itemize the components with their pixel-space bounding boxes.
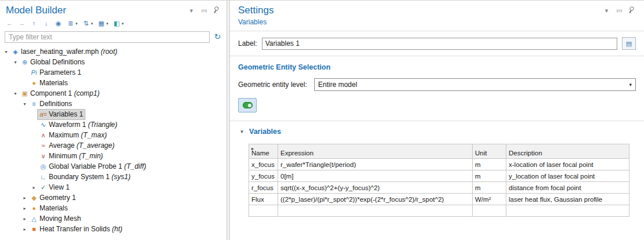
chevron-down-icon: ▾ [629,82,632,88]
entity-level-select[interactable]: Entire model ▾ [314,78,636,91]
variable-cell[interactable]: x-location of laser focal point [506,159,629,170]
entity-level-label: Geometric entity level: [238,81,307,89]
tree-item[interactable]: ◎Global Variable Probe 1 (T_diff) [0,161,226,172]
columns-button[interactable]: ▦▾ [96,19,110,28]
variable-cell[interactable]: m [473,182,506,194]
move-up-button[interactable]: ↑ [29,19,39,28]
tree-item[interactable]: ∨Minimum (T_min) [0,151,226,161]
pin-button[interactable] [628,7,636,14]
down-arrow-icon: ↓ [42,20,50,27]
variable-row[interactable]: x_focusr_wafer*Triangle(t/period)mx-loca… [249,159,629,170]
variable-cell[interactable]: Flux [249,194,278,205]
variable-cell[interactable]: laser heat flux, Gaussian profile [506,194,629,205]
variable-cell[interactable]: r_focus [249,182,278,194]
tree-item-box: ∟Boundary System 1 (sys1) [38,172,132,182]
variable-cell[interactable]: m [473,159,506,170]
variable-cell[interactable]: m [473,170,506,182]
entity-level-row: Geometric entity level: Entire model ▾ [238,78,636,91]
variable-cell[interactable] [249,205,278,217]
variable-cell[interactable]: y_focus [249,170,278,182]
tree-item[interactable]: ▾◈laser_heating_wafer.mph (root) [0,46,226,57]
variable-cell[interactable]: sqrt((x-x_focus)^2+(y-y_focus)^2) [278,182,473,194]
tree-item[interactable]: a=Variables 1 [0,109,226,119]
variable-cell[interactable] [506,205,629,217]
float-button[interactable]: ▭ [616,7,623,14]
view-icon: ✓ [39,184,47,191]
variable-row[interactable]: r_focussqrt((x-x_focus)^2+(y-y_focus)^2)… [249,182,629,194]
tree-item[interactable]: ≈Average (T_average) [0,140,226,151]
settings-panel: Settings ▾▭ Variables Label: ▤ Geometric… [230,1,644,240]
node-order-button[interactable]: ⇅▾ [81,19,95,28]
variable-cell[interactable]: distance from focal point [506,182,629,194]
tree-item[interactable]: ▾≡Definitions [0,99,226,109]
expand-arrow-icon[interactable]: ▾ [2,49,10,54]
filter-input[interactable] [5,31,210,43]
collapse-icon: ≣ [67,20,74,27]
forward-button[interactable]: → [17,19,27,28]
tree-item-label: Minimum [49,152,77,160]
tree-item[interactable]: ▸◆Geometry 1 [0,192,226,203]
variable-cell[interactable]: ((2*p_laser)/(pi*r_spot^2))*exp(-(2*r_fo… [278,194,473,205]
tree-item-box: ∧Maximum (T_max) [38,130,109,140]
variable-cell[interactable]: W/m² [473,194,506,205]
variable-cell[interactable] [473,205,506,217]
label-input[interactable] [262,38,617,50]
tree-item[interactable]: ▸●Materials [0,203,226,213]
variable-row[interactable] [249,205,629,217]
column-header-label: Description [509,150,542,157]
tree-item[interactable]: ∟Boundary System 1 (sys1) [0,172,226,182]
column-header-expression[interactable]: Expression [278,144,473,159]
column-header-unit[interactable]: Unit [473,144,506,159]
variable-cell[interactable] [278,205,473,217]
tree-item[interactable]: ▾⊕Global Definitions [0,57,226,67]
tree-item-box: ∨Minimum (T_min) [38,151,105,161]
column-header-name[interactable]: ▸Name [249,144,278,159]
expand-arrow-icon[interactable]: ▾ [21,101,28,107]
tree-item[interactable]: ∧Maximum (T_max) [0,130,226,140]
tree-item-label: Materials [39,79,68,87]
expand-arrow-icon[interactable]: ▸ [21,206,28,211]
tree-item[interactable]: ▸■Heat Transfer in Solids (ht) [0,224,226,234]
tree-item-box: ▣Component 1 (comp1) [19,89,101,99]
tag-display-button[interactable]: ◧▾ [112,19,125,28]
dock-button[interactable]: ▾ [188,7,195,14]
tree-item[interactable]: ∿Waveform 1 (Triangle) [0,119,226,130]
column-header-label: Unit [475,150,487,157]
tree-item-label: Global Variable Probe 1 [49,162,123,170]
tree-item[interactable]: ▸△Moving Mesh [0,213,226,224]
refresh-button[interactable]: ↻ [214,33,221,41]
tree-item[interactable]: ▸✓View 1 [0,182,226,192]
dropdown-caret-icon: ▾ [75,21,78,26]
variable-cell[interactable]: x_focus [249,159,278,170]
pin-button[interactable] [213,7,221,14]
tree-item[interactable]: ●Materials [0,78,226,88]
dock-button[interactable]: ▾ [603,7,610,14]
show-more-button[interactable]: ▤ [622,37,636,50]
variable-row[interactable]: Flux((2*p_laser)/(pi*r_spot^2))*exp(-(2*… [249,194,629,205]
collapse-expand-button[interactable]: ≣▾ [66,19,79,28]
expand-arrow-icon[interactable]: ▸ [30,185,38,190]
variable-cell[interactable]: y_location of laser focal point [506,170,629,182]
section-collapse-button[interactable]: ▾ [238,127,246,136]
float-icon: ▭ [616,7,623,14]
expand-arrow-icon[interactable]: ▸ [21,227,28,232]
label-field-label: Label: [238,39,257,48]
tree-item[interactable]: ▾▣Component 1 (comp1) [0,88,226,99]
back-button[interactable]: ← [5,19,15,28]
variable-row[interactable]: y_focus0[m]my_location of laser focal po… [249,170,629,182]
expand-arrow-icon[interactable]: ▾ [12,91,19,96]
column-header-description[interactable]: Description [506,144,629,159]
tree-item-label: Moving Mesh [39,214,81,223]
show-button[interactable]: ◉ [53,19,63,28]
float-button[interactable]: ▭ [200,7,208,14]
variable-cell[interactable]: r_wafer*Triangle(t/period) [278,159,473,170]
variable-cell[interactable]: 0[m] [278,170,473,182]
expand-arrow-icon[interactable]: ▸ [21,195,28,201]
expand-arrow-icon[interactable]: ▾ [12,60,19,65]
tree-item-box: ⊕Global Definitions [19,57,87,67]
active-selection-toggle[interactable] [238,98,257,112]
move-down-button[interactable]: ↓ [41,19,51,28]
expand-arrow-icon[interactable]: ▸ [21,216,28,221]
tree-item[interactable]: PiParameters 1 [0,67,226,78]
tree-item-label: Boundary System 1 [49,173,110,181]
